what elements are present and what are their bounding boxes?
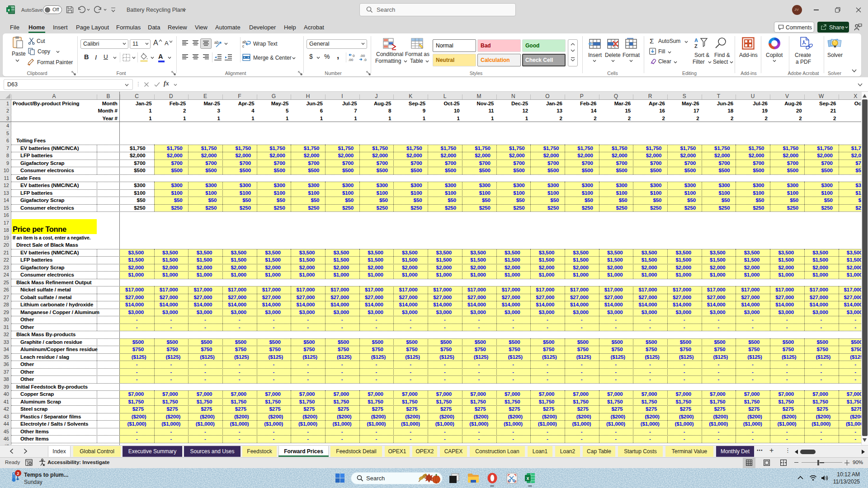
svg-text:.00: .00 bbox=[348, 58, 354, 62]
svg-text:ab: ab bbox=[214, 40, 219, 45]
svg-text:x: x bbox=[527, 476, 529, 481]
svg-text:A: A bbox=[694, 38, 698, 43]
svg-text:x: x bbox=[8, 7, 10, 12]
svg-text:Z: Z bbox=[694, 43, 698, 49]
svg-text:.0: .0 bbox=[363, 58, 367, 61]
svg-text:.00: .00 bbox=[360, 54, 365, 58]
